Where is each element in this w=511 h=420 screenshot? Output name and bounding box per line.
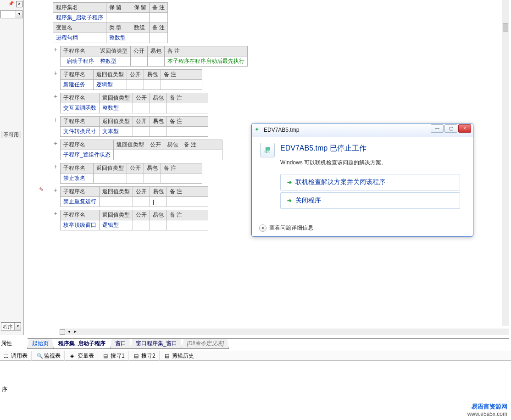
scroll-square[interactable] bbox=[60, 329, 65, 335]
val-cell[interactable] bbox=[167, 220, 208, 230]
maximize-button[interactable]: ▢ bbox=[444, 124, 457, 133]
val-cell[interactable]: 整数型 bbox=[97, 56, 130, 67]
val-cell[interactable]: 枚举顶级窗口 bbox=[61, 220, 100, 230]
details-label: 查看问题详细信息 bbox=[269, 224, 313, 231]
val-cell[interactable] bbox=[113, 150, 147, 160]
val-cell[interactable] bbox=[150, 220, 167, 230]
val-cell[interactable] bbox=[147, 150, 164, 160]
val-cell[interactable] bbox=[133, 220, 150, 230]
expand-icon[interactable]: + bbox=[53, 163, 58, 170]
val-cell[interactable] bbox=[94, 174, 127, 184]
val-cell[interactable] bbox=[133, 197, 150, 207]
search-icon: 🔍 bbox=[37, 353, 42, 359]
hdr-cell: 返回值类型 bbox=[100, 93, 133, 103]
tab-programset[interactable]: 程序集_启动子程序 bbox=[53, 339, 111, 349]
val-cell[interactable] bbox=[167, 127, 208, 137]
combo-bottom[interactable]: 程序▾ bbox=[1, 322, 21, 330]
chevron-down-icon: ▾ bbox=[14, 323, 21, 330]
hdr-cell: 易包 bbox=[144, 70, 161, 80]
hdr-cell: 保 留 bbox=[106, 3, 131, 13]
val-cell[interactable] bbox=[144, 80, 161, 90]
val-cell[interactable]: 文本型 bbox=[100, 127, 133, 137]
hdr-cell: 子程序名 bbox=[61, 93, 100, 103]
option-check-online[interactable]: ➔联机检查解决方案并关闭该程序 bbox=[280, 174, 460, 190]
val-cell[interactable]: 整数型 bbox=[106, 33, 131, 43]
val-cell[interactable]: 禁止改名 bbox=[61, 174, 94, 184]
tab-start[interactable]: 起始页 bbox=[27, 339, 54, 349]
hdr-cell: 子程序名 bbox=[61, 46, 97, 56]
val-cell[interactable]: 文件转换尺寸 bbox=[61, 127, 100, 137]
val-cell[interactable]: _启动子程序 bbox=[61, 56, 97, 67]
hdr-cell: 备 注 bbox=[167, 187, 208, 197]
expand-icon[interactable]: + bbox=[53, 46, 58, 53]
hdr-cell: 备 注 bbox=[150, 23, 168, 33]
val-cell[interactable]: 进程句柄 bbox=[53, 33, 106, 43]
expand-icon[interactable]: + bbox=[53, 116, 58, 123]
val-cell[interactable] bbox=[167, 197, 208, 207]
hdr-cell: 备 注 bbox=[167, 93, 208, 103]
val-cell[interactable] bbox=[164, 150, 181, 160]
vertical-scrollbar[interactable] bbox=[502, 0, 509, 326]
dialog-subtext: Windows 可以联机检查该问题的解决方案。 bbox=[280, 159, 465, 167]
val-cell[interactable] bbox=[127, 174, 144, 184]
expand-icon[interactable]: + bbox=[53, 186, 58, 194]
val-cell[interactable] bbox=[167, 103, 208, 113]
option-close-program[interactable]: ➔关闭程序 bbox=[280, 192, 460, 209]
scroll-left-icon[interactable]: ◂ bbox=[66, 329, 72, 335]
val-cell[interactable] bbox=[133, 103, 150, 113]
horizontal-scrollbar[interactable]: ◂ ▸ bbox=[60, 329, 509, 335]
tab-window-programset[interactable]: 窗口程序集_窗口 bbox=[131, 339, 183, 349]
val-cell[interactable] bbox=[161, 174, 202, 184]
val-cell[interactable] bbox=[127, 80, 144, 90]
arrow-icon: ➔ bbox=[287, 179, 292, 185]
hdr-cell: 子程序名 bbox=[61, 70, 94, 80]
val-cell[interactable]: 子程序_置组件状态 bbox=[61, 150, 114, 160]
dialog-title: EDV7AB5.tmp bbox=[264, 127, 299, 133]
expand-icon[interactable]: + bbox=[53, 69, 58, 77]
val-cell[interactable] bbox=[181, 150, 222, 160]
expand-icon[interactable]: + bbox=[53, 140, 58, 147]
scrollbar-thumb[interactable] bbox=[503, 23, 508, 32]
view-details[interactable]: ▾查看问题详细信息 bbox=[259, 224, 313, 232]
val-cell[interactable] bbox=[144, 174, 161, 184]
close-button[interactable]: × bbox=[458, 124, 471, 133]
val-cell[interactable] bbox=[133, 127, 150, 137]
hdr-cell: 备 注 bbox=[167, 117, 208, 127]
val-cell[interactable] bbox=[150, 103, 167, 113]
sub-table: 子程序名返回值类型公开易包备 注_启动子程序整数型本子程序在程序启动后最先执行 bbox=[60, 46, 248, 67]
tab-window[interactable]: 窗口 bbox=[110, 339, 131, 349]
hdr-cell: 返回值类型 bbox=[113, 140, 147, 150]
val-cell[interactable] bbox=[161, 80, 202, 90]
doc-icon: ▤ bbox=[134, 353, 139, 359]
val-cell[interactable]: 新建任务 bbox=[61, 80, 94, 90]
combo-1[interactable]: ▾ bbox=[0, 10, 22, 18]
tool-vars[interactable]: ◈变量表 bbox=[67, 351, 98, 361]
val-cell[interactable]: 逻辑型 bbox=[94, 80, 127, 90]
hdr-cell: 备 注 bbox=[161, 163, 202, 174]
val-cell[interactable] bbox=[130, 56, 147, 67]
tool-clip[interactable]: ▤剪辑历史 bbox=[161, 351, 198, 361]
tab-dll[interactable]: [Dll命令定义表] bbox=[182, 339, 229, 349]
tool-calltable[interactable]: ☷调用表 bbox=[0, 351, 32, 361]
val-cell[interactable]: | bbox=[150, 197, 167, 207]
scroll-right-icon[interactable]: ▸ bbox=[72, 329, 78, 335]
val-cell[interactable]: 交互回调函数 bbox=[61, 103, 100, 113]
val-cell[interactable] bbox=[100, 197, 133, 207]
val-cell[interactable]: 禁止重复运行 bbox=[61, 197, 100, 207]
tool-watch[interactable]: 🔍监视表 bbox=[33, 351, 65, 361]
tool-search2[interactable]: ▤搜寻2 bbox=[130, 351, 160, 361]
close-button[interactable]: × bbox=[16, 1, 22, 7]
val-cell[interactable]: 本子程序在程序启动后最先执行 bbox=[164, 56, 247, 67]
val-cell[interactable]: 整数型 bbox=[100, 103, 133, 113]
expand-icon[interactable]: + bbox=[53, 93, 58, 100]
expand-icon[interactable]: + bbox=[53, 210, 58, 217]
dialog-titlebar[interactable]: ✦ EDV7AB5.tmp — ▢ × bbox=[252, 123, 473, 137]
hdr-cell: 返回值类型 bbox=[100, 187, 133, 197]
pin-icon[interactable]: 📌 bbox=[8, 1, 14, 7]
minimize-button[interactable]: — bbox=[431, 124, 444, 133]
val-cell[interactable] bbox=[147, 56, 164, 67]
val-cell[interactable]: 逻辑型 bbox=[100, 220, 133, 230]
val-cell[interactable]: 程序集_启动子程序 bbox=[53, 13, 106, 23]
val-cell[interactable] bbox=[150, 127, 167, 137]
tool-search1[interactable]: ▤搜寻1 bbox=[100, 351, 129, 361]
